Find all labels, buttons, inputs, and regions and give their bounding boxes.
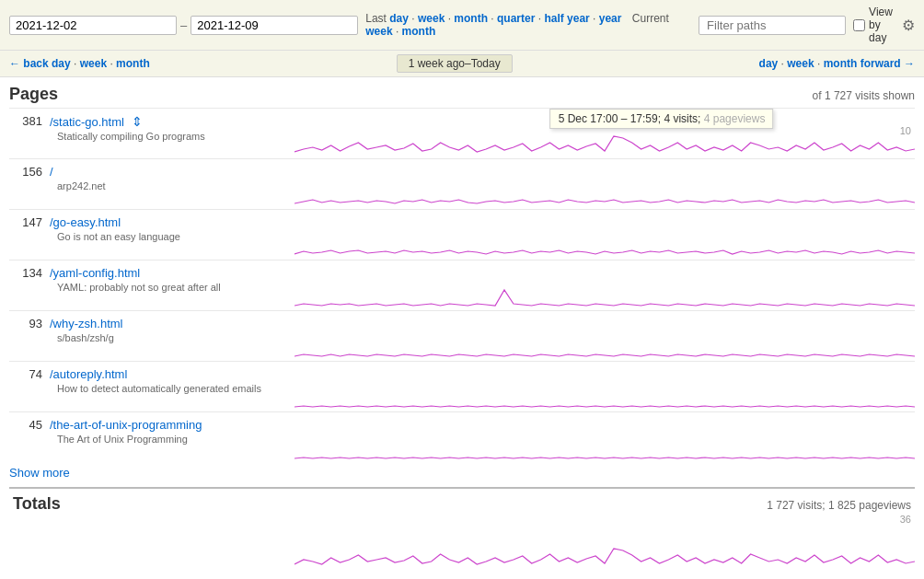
last-period-links: Last day · week · month · quarter · half… [365, 12, 691, 38]
view-by-day-checkbox[interactable] [853, 19, 865, 31]
page-info-4: 93 /why-zsh.html s/bash/zsh/g [9, 311, 295, 361]
page-count-4: 93 [13, 317, 50, 330]
page-desc-2: Go is not an easy language [13, 231, 291, 242]
sort-icon-0[interactable]: ⇕ [132, 114, 143, 129]
sparkline-6 [295, 414, 915, 460]
page-link-0[interactable]: /static-go.html [50, 115, 124, 129]
main-content: Pages of 1 727 visits shown 381 /static-… [0, 77, 924, 579]
page-link-4[interactable]: /why-zsh.html [50, 317, 122, 330]
date-separator: – [180, 18, 187, 32]
chart-cell-5 [295, 362, 915, 411]
nav-day-link[interactable]: day [52, 57, 71, 70]
page-count-2: 147 [13, 215, 50, 229]
date-start-input[interactable] [9, 16, 177, 35]
totals-left [9, 514, 295, 572]
page-count-0: 381 [13, 114, 50, 128]
last-label: Last [365, 12, 387, 25]
totals-chart-row: 36 [9, 514, 915, 572]
pages-subtitle: of 1 727 visits shown [813, 89, 915, 102]
current-week-link[interactable]: week [365, 25, 392, 38]
nav-right: day · week · month forward → [759, 57, 915, 70]
table-row: 74 /autoreply.html How to detect automat… [9, 361, 915, 411]
back-link[interactable]: ← back [9, 57, 49, 70]
last-day-link[interactable]: day [389, 12, 409, 25]
totals-header: Totals 1 727 visits; 1 825 pageviews [9, 487, 915, 514]
scale-top-0: 10 [900, 125, 911, 136]
table-row: 93 /why-zsh.html s/bash/zsh/g [9, 310, 915, 361]
tooltip-0: 5 Dec 17:00 – 17:59; 4 visits; 4 pagevie… [550, 109, 774, 129]
sparkline-1 [295, 161, 915, 207]
tooltip-text: 5 Dec 17:00 – 17:59; 4 visits; [559, 112, 704, 125]
pages-header: Pages of 1 727 visits shown [9, 85, 915, 104]
last-halfyear-link[interactable]: half year [544, 12, 589, 25]
page-count-5: 74 [13, 367, 50, 381]
date-end-input[interactable] [191, 16, 358, 35]
totals-stats: 1 727 visits; 1 825 pageviews [767, 499, 911, 512]
nav-left: ← back day · week · month [9, 57, 150, 70]
table-row: 134 /yaml-config.html YAML: probably not… [9, 260, 915, 310]
nav-week-link2[interactable]: week [787, 57, 814, 70]
totals-sparkline [295, 514, 915, 569]
sparkline-4 [295, 313, 915, 359]
page-info-6: 45 /the-art-of-unix-programming The Art … [9, 412, 295, 462]
table-row: 381 /static-go.html ⇕ Statically compili… [9, 108, 915, 158]
page-info-2: 147 /go-easy.html Go is not an easy lang… [9, 210, 295, 260]
chart-cell-6 [295, 412, 915, 462]
nav-month-link2[interactable]: month [824, 57, 858, 70]
nav-center: 1 week ago–Today [397, 54, 513, 73]
chart-cell-0: 5 Dec 17:00 – 17:59; 4 visits; 4 pagevie… [295, 109, 915, 158]
top-bar: – Last day · week · month · quarter · ha… [0, 0, 924, 51]
page-link-2[interactable]: /go-easy.html [50, 215, 121, 229]
page-desc-5: How to detect automatically generated em… [13, 383, 291, 394]
totals-scale: 36 [900, 514, 911, 525]
page-count-3: 134 [13, 266, 50, 280]
date-range: – [9, 16, 358, 35]
pages-table: 381 /static-go.html ⇕ Statically compili… [9, 108, 915, 462]
page-info-3: 134 /yaml-config.html YAML: probably not… [9, 261, 295, 310]
chart-cell-3 [295, 261, 915, 310]
page-info-5: 74 /autoreply.html How to detect automat… [9, 362, 295, 411]
forward-link[interactable]: forward → [860, 57, 915, 70]
nav-bar: ← back day · week · month 1 week ago–Tod… [0, 51, 924, 77]
page-desc-4: s/bash/zsh/g [13, 332, 291, 343]
sparkline-3 [295, 262, 915, 308]
sparkline-5 [295, 364, 915, 410]
page-desc-0: Statically compiling Go programs [13, 131, 291, 142]
sparkline-2 [295, 212, 915, 258]
page-info-0: 381 /static-go.html ⇕ Statically compili… [9, 109, 295, 158]
table-row: 45 /the-art-of-unix-programming The Art … [9, 411, 915, 462]
chart-cell-4 [295, 311, 915, 361]
page-link-6[interactable]: /the-art-of-unix-programming [50, 418, 202, 432]
last-year-link[interactable]: year [599, 12, 622, 25]
show-more-link[interactable]: Show more [9, 466, 915, 480]
filter-area: View by day ⚙ [699, 6, 915, 44]
page-desc-6: The Art of Unix Programming [13, 434, 291, 445]
last-week-link[interactable]: week [418, 12, 445, 25]
page-link-3[interactable]: /yaml-config.html [50, 266, 140, 280]
page-info-1: 156 / arp242.net [9, 159, 295, 209]
nav-week-link[interactable]: week [80, 57, 107, 70]
last-month-link[interactable]: month [454, 12, 488, 25]
chart-cell-2 [295, 210, 915, 260]
table-row: 156 / arp242.net [9, 158, 915, 209]
tooltip-pageviews: 4 pageviews [704, 112, 766, 125]
totals-chart: 36 [295, 514, 915, 572]
page-desc-3: YAML: probably not so great after all [13, 282, 291, 293]
view-by-day-label: View by day [853, 6, 895, 44]
table-row: 147 /go-easy.html Go is not an easy lang… [9, 209, 915, 260]
totals-section: Totals 1 727 visits; 1 825 pageviews 36 [9, 487, 915, 572]
page-count-6: 45 [13, 418, 50, 432]
pages-title: Pages [9, 85, 58, 104]
filter-paths-input[interactable] [699, 16, 846, 35]
last-quarter-link[interactable]: quarter [497, 12, 535, 25]
page-count-1: 156 [13, 165, 50, 179]
gear-icon[interactable]: ⚙ [902, 17, 915, 34]
page-desc-1: arp242.net [13, 180, 291, 191]
chart-cell-1 [295, 159, 915, 209]
page-link-1[interactable]: / [50, 165, 53, 179]
totals-title: Totals [13, 494, 61, 514]
current-month-link[interactable]: month [402, 25, 436, 38]
page-link-5[interactable]: /autoreply.html [50, 367, 127, 381]
nav-month-link[interactable]: month [116, 57, 150, 70]
nav-day-link2[interactable]: day [759, 57, 779, 70]
